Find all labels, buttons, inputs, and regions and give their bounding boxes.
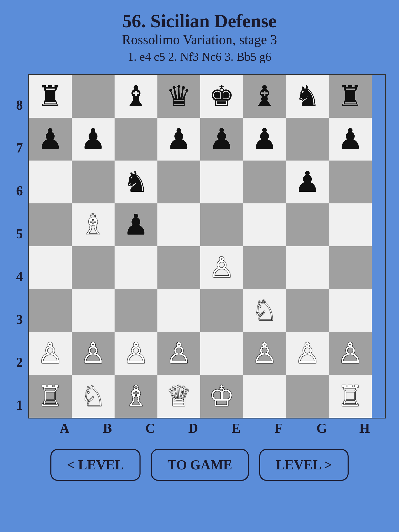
piece-a2: ♙ xyxy=(37,339,63,368)
piece-c1: ♗ xyxy=(123,382,149,411)
cell-e4: ♙ xyxy=(200,246,243,289)
piece-e4: ♙ xyxy=(209,254,235,282)
piece-g2: ♙ xyxy=(295,339,320,368)
rank-label-8: 8 xyxy=(13,84,26,127)
cell-a7: ♟ xyxy=(29,118,72,161)
cell-f4 xyxy=(243,246,286,289)
rank-label-2: 2 xyxy=(13,341,26,384)
piece-e7: ♟ xyxy=(209,125,235,154)
rank-label-3: 3 xyxy=(13,298,26,341)
rank-label-5: 5 xyxy=(13,212,26,255)
cell-g5 xyxy=(286,203,329,246)
cell-a4 xyxy=(29,246,72,289)
file-labels: ABCDEFGH xyxy=(43,421,386,436)
file-label-B: B xyxy=(86,421,129,436)
file-label-F: F xyxy=(257,421,300,436)
file-label-D: D xyxy=(172,421,215,436)
cell-h4 xyxy=(329,246,372,289)
cell-h5 xyxy=(329,203,372,246)
cell-g7 xyxy=(286,118,329,161)
cell-b4 xyxy=(72,246,115,289)
board-container: 87654321 ♜♝♛♚♝♞♜♟♟♟♟♟♟♞♟♗♟♙♘♙♙♙♙♙♙♙♖♘♗♕♔… xyxy=(13,74,386,436)
cell-g4 xyxy=(286,246,329,289)
piece-c5: ♟ xyxy=(123,211,149,239)
file-label-C: C xyxy=(129,421,172,436)
piece-f2: ♙ xyxy=(252,339,277,368)
file-label-A: A xyxy=(43,421,86,436)
piece-g6: ♟ xyxy=(295,168,320,196)
piece-e8: ♚ xyxy=(209,82,235,111)
file-label-G: G xyxy=(300,421,343,436)
piece-d2: ♙ xyxy=(166,339,192,368)
piece-g8: ♞ xyxy=(295,82,320,111)
piece-h2: ♙ xyxy=(337,339,363,368)
piece-b5: ♗ xyxy=(80,211,106,239)
cell-a6 xyxy=(29,161,72,203)
file-label-H: H xyxy=(343,421,386,436)
cell-b1: ♘ xyxy=(72,375,115,418)
cell-f1 xyxy=(243,375,286,418)
page-title: 56. Sicilian Defense xyxy=(122,10,277,32)
cell-f7: ♟ xyxy=(243,118,286,161)
next-level-button[interactable]: LEVEL > xyxy=(259,449,349,481)
cell-b6 xyxy=(72,161,115,203)
cell-e5 xyxy=(200,203,243,246)
piece-f3: ♘ xyxy=(252,296,277,325)
piece-d7: ♟ xyxy=(166,125,192,154)
piece-f8: ♝ xyxy=(252,82,277,111)
cell-c1: ♗ xyxy=(115,375,157,418)
cell-f5 xyxy=(243,203,286,246)
piece-d1: ♕ xyxy=(166,382,192,411)
cell-h3 xyxy=(329,289,372,332)
piece-b7: ♟ xyxy=(80,125,106,154)
cell-e1: ♔ xyxy=(200,375,243,418)
cell-c5: ♟ xyxy=(115,203,157,246)
cell-d7: ♟ xyxy=(157,118,200,161)
piece-b1: ♘ xyxy=(80,382,106,411)
cell-a1: ♖ xyxy=(29,375,72,418)
moves-notation: 1. e4 c5 2. Nf3 Nc6 3. Bb5 g6 xyxy=(122,50,277,64)
rank-label-6: 6 xyxy=(13,169,26,212)
cell-e7: ♟ xyxy=(200,118,243,161)
piece-d8: ♛ xyxy=(166,82,192,111)
cell-h2: ♙ xyxy=(329,332,372,375)
button-bar: < LEVEL TO GAME LEVEL > xyxy=(50,449,349,481)
cell-d2: ♙ xyxy=(157,332,200,375)
cell-d3 xyxy=(157,289,200,332)
piece-h7: ♟ xyxy=(337,125,363,154)
cell-e6 xyxy=(200,161,243,203)
cell-a8: ♜ xyxy=(29,75,72,118)
cell-f3: ♘ xyxy=(243,289,286,332)
cell-g3 xyxy=(286,289,329,332)
piece-h1: ♖ xyxy=(337,382,363,411)
cell-f8: ♝ xyxy=(243,75,286,118)
to-game-button[interactable]: TO GAME xyxy=(151,449,249,481)
cell-g2: ♙ xyxy=(286,332,329,375)
chess-board: ♜♝♛♚♝♞♜♟♟♟♟♟♟♞♟♗♟♙♘♙♙♙♙♙♙♙♖♘♗♕♔♖ xyxy=(28,74,386,418)
cell-h1: ♖ xyxy=(329,375,372,418)
cell-f2: ♙ xyxy=(243,332,286,375)
piece-c6: ♞ xyxy=(123,168,149,196)
piece-a7: ♟ xyxy=(37,125,63,154)
file-label-E: E xyxy=(215,421,257,436)
cell-a3 xyxy=(29,289,72,332)
rank-label-4: 4 xyxy=(13,255,26,298)
prev-level-button[interactable]: < LEVEL xyxy=(50,449,141,481)
piece-c2: ♙ xyxy=(123,339,149,368)
cell-e3 xyxy=(200,289,243,332)
cell-a2: ♙ xyxy=(29,332,72,375)
cell-c2: ♙ xyxy=(115,332,157,375)
piece-f7: ♟ xyxy=(252,125,277,154)
cell-c3 xyxy=(115,289,157,332)
piece-b2: ♙ xyxy=(80,339,106,368)
cell-g1 xyxy=(286,375,329,418)
cell-b7: ♟ xyxy=(72,118,115,161)
rank-label-1: 1 xyxy=(13,384,26,427)
cell-b8 xyxy=(72,75,115,118)
cell-b3 xyxy=(72,289,115,332)
cell-c6: ♞ xyxy=(115,161,157,203)
cell-d8: ♛ xyxy=(157,75,200,118)
cell-b5: ♗ xyxy=(72,203,115,246)
cell-d6 xyxy=(157,161,200,203)
header: 56. Sicilian Defense Rossolimo Variation… xyxy=(122,10,277,69)
